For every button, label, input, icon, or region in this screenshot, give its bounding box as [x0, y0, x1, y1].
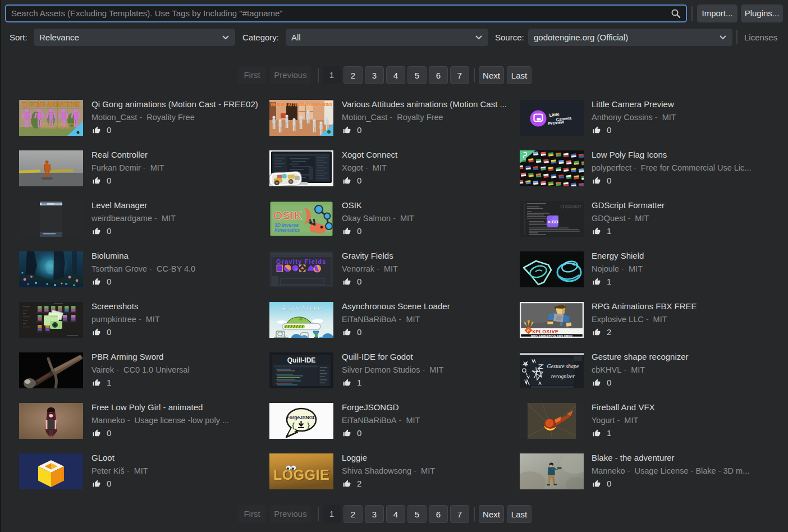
svg-text:Kinematics: Kinematics: [274, 227, 300, 233]
svg-text:>.GD: >.GD: [548, 219, 558, 224]
svg-text:QI GONG ANIMATIONS: QI GONG ANIMATIONS: [22, 102, 80, 108]
svg-text:ForgeJSNGD: ForgeJSNGD: [287, 415, 317, 420]
svg-text:GDQUEST: GDQUEST: [565, 205, 581, 208]
svg-text:Gravity Fields: Gravity Fields: [276, 258, 327, 265]
svg-text:LOGGIE: LOGGIE: [273, 467, 329, 483]
svg-text:AsyncScene: AsyncScene: [281, 304, 322, 312]
svg-text:Gesture shape: Gesture shape: [547, 363, 579, 369]
svg-text:root motion + in place + baked: root motion + in place + baked: [40, 123, 75, 126]
svg-text:OSIK: OSIK: [273, 209, 302, 222]
svg-text:perfect loops - export fbx: perfect loops - export fbx: [41, 126, 69, 129]
svg-text:XPLOSIVE: XPLOSIVE: [532, 329, 558, 334]
svg-text:e: e: [527, 328, 530, 333]
svg-text:}: }: [307, 421, 310, 429]
svg-text:{: {: [292, 421, 295, 429]
svg-text:Quill-IDE: Quill-IDE: [287, 356, 316, 364]
svg-text:VARIOUS ATTITUDES ANIMATIONS: VARIOUS ATTITUDES ANIMATIONS: [271, 102, 332, 107]
svg-text:recognizer: recognizer: [551, 373, 575, 379]
